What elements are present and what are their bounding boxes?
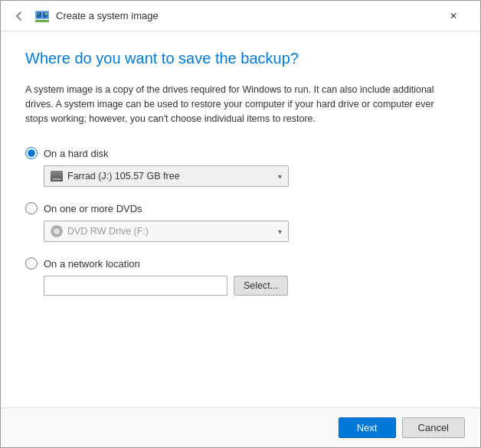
dvd-radio-label[interactable]: On one or more DVDs xyxy=(25,202,456,214)
network-section: On a network location Select... xyxy=(25,257,456,296)
dvd-dropdown-left: DVD RW Drive (F:) xyxy=(51,225,149,237)
hard-disk-radio-label[interactable]: On a hard disk xyxy=(25,147,456,159)
hard-disk-dropdown[interactable]: Farrad (J:) 105.57 GB free ▾ xyxy=(44,165,289,187)
page-heading: Where do you want to save the backup? xyxy=(25,50,456,67)
dvd-chevron-icon: ▾ xyxy=(278,227,282,236)
svg-point-5 xyxy=(38,13,39,15)
back-button[interactable] xyxy=(10,7,28,25)
dvd-section: On one or more DVDs DVD RW Drive (F:) ▾ xyxy=(25,202,456,242)
description-text: A system image is a copy of the drives r… xyxy=(25,83,456,126)
network-radio-label[interactable]: On a network location xyxy=(25,257,456,270)
select-button[interactable]: Select... xyxy=(234,276,288,296)
network-input[interactable] xyxy=(44,276,227,296)
hard-disk-section: On a hard disk Farrad (J:) 105.57 GB fre… xyxy=(25,147,456,187)
window-icon xyxy=(34,8,50,24)
dvd-radio[interactable] xyxy=(25,202,38,214)
next-button[interactable]: Next xyxy=(339,417,396,438)
network-label: On a network location xyxy=(44,258,140,270)
cancel-button[interactable]: Cancel xyxy=(402,417,465,438)
svg-point-4 xyxy=(45,12,47,15)
title-bar-right: ✕ xyxy=(436,4,471,28)
hard-disk-label: On a hard disk xyxy=(44,148,109,159)
main-window: Create a system image ✕ Where do you wan… xyxy=(0,0,481,448)
footer: Next Cancel xyxy=(1,407,480,447)
dvd-drive-icon xyxy=(51,225,63,237)
title-bar: Create a system image ✕ xyxy=(1,1,480,31)
hard-disk-dropdown-container: Farrad (J:) 105.57 GB free ▾ xyxy=(44,165,456,187)
network-radio[interactable] xyxy=(25,257,38,270)
hard-drive-icon xyxy=(51,171,63,181)
svg-rect-3 xyxy=(35,20,49,22)
hard-disk-dropdown-left: Farrad (J:) 105.57 GB free xyxy=(51,171,180,181)
network-input-row: Select... xyxy=(44,276,456,296)
dvd-dropdown-container: DVD RW Drive (F:) ▾ xyxy=(44,221,456,242)
title-bar-left: Create a system image xyxy=(10,7,436,25)
dvd-dropdown-value: DVD RW Drive (F:) xyxy=(67,226,149,237)
dvd-dropdown[interactable]: DVD RW Drive (F:) ▾ xyxy=(44,221,289,242)
hard-disk-dropdown-value: Farrad (J:) 105.57 GB free xyxy=(67,171,180,181)
window-title: Create a system image xyxy=(56,10,159,21)
content-area: Where do you want to save the backup? A … xyxy=(1,31,480,407)
hard-disk-chevron-icon: ▾ xyxy=(278,172,282,181)
hard-disk-radio[interactable] xyxy=(25,147,38,159)
dvd-label: On one or more DVDs xyxy=(44,203,142,214)
svg-rect-1 xyxy=(37,12,41,18)
close-button[interactable]: ✕ xyxy=(436,4,471,28)
